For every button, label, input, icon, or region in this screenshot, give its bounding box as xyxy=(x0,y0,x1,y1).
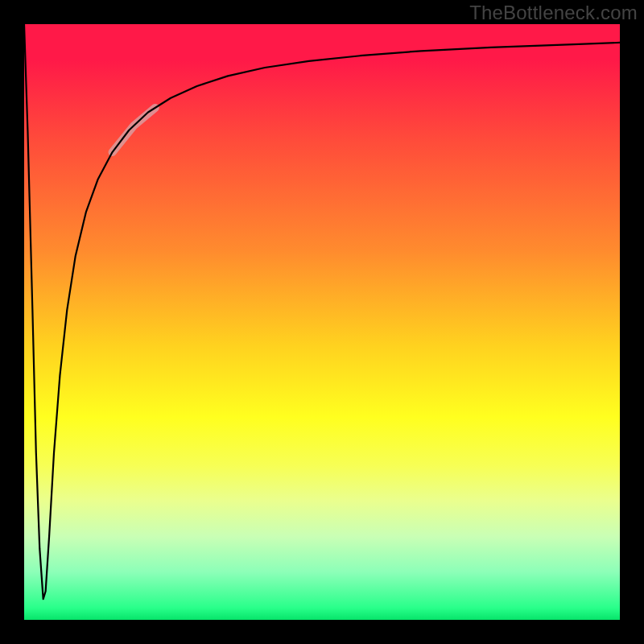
curve-svg xyxy=(24,24,620,620)
watermark-label: TheBottleneck.com xyxy=(469,2,638,24)
bottleneck-curve xyxy=(24,24,620,599)
chart-frame: TheBottleneck.com xyxy=(0,0,644,644)
plot-area xyxy=(24,24,620,620)
curve-highlight xyxy=(113,108,155,152)
